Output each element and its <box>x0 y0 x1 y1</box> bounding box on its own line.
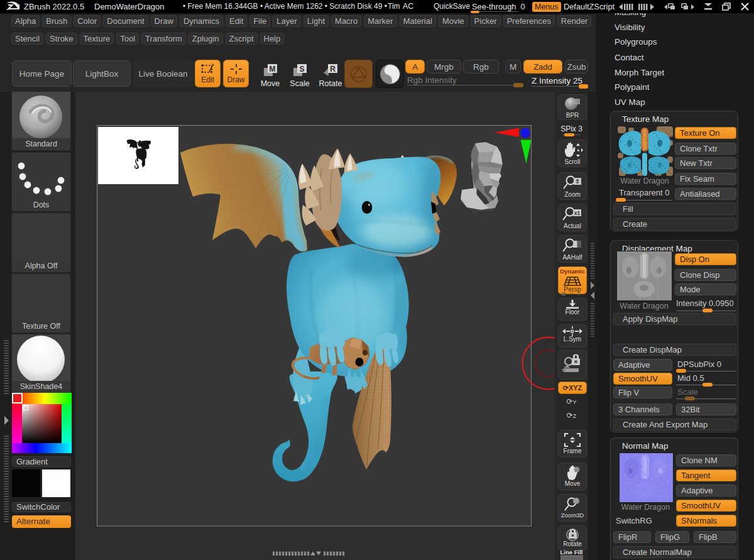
svg-text:x1: x1 <box>574 210 581 216</box>
svg-text:M: M <box>270 65 276 74</box>
svg-text:R: R <box>330 65 336 74</box>
svg-text:S: S <box>299 65 304 74</box>
